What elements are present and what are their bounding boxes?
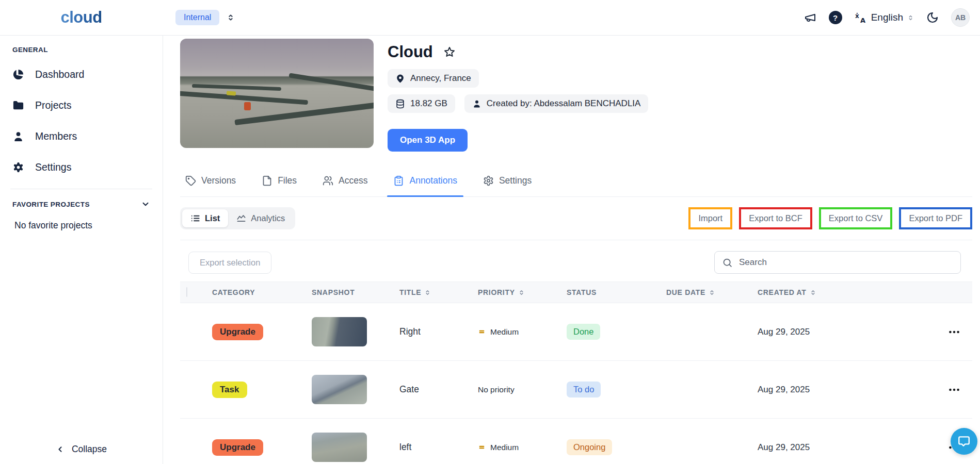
project-header: Cloud Annecy, France 18.82 bbox=[180, 39, 972, 152]
workspace-chevron-updown-icon[interactable] bbox=[227, 13, 235, 22]
column-header-snapshot: SNAPSHOT bbox=[312, 288, 399, 296]
category-badge: Task bbox=[212, 382, 247, 398]
priority-label: Medium bbox=[490, 443, 519, 452]
table-toolbar: Export selection bbox=[180, 251, 972, 274]
row-actions-menu-icon[interactable] bbox=[936, 383, 972, 396]
view-list-toggle[interactable]: List bbox=[182, 209, 228, 227]
sidebar-item-label: Projects bbox=[35, 100, 71, 111]
database-icon bbox=[395, 99, 405, 109]
import-button[interactable]: Import bbox=[688, 207, 732, 229]
priority-cell: Medium bbox=[478, 443, 567, 452]
created-at-cell: Aug 29, 2025 bbox=[758, 327, 936, 337]
project-tabs: Versions Files Access Annotations Settin… bbox=[180, 175, 972, 197]
sidebar-item-settings[interactable]: Settings bbox=[12, 152, 150, 183]
tab-label: Settings bbox=[499, 175, 532, 186]
analytics-chart-icon bbox=[236, 213, 246, 223]
sidebar-item-projects[interactable]: Projects bbox=[12, 90, 150, 121]
export-selection-button[interactable]: Export selection bbox=[188, 252, 271, 274]
view-toggle: List Analytics bbox=[180, 207, 295, 229]
sort-updown-icon[interactable] bbox=[810, 289, 816, 296]
users-icon bbox=[323, 175, 333, 186]
column-header-created-at: CREATED AT bbox=[758, 288, 936, 296]
sidebar-item-label: Dashboard bbox=[35, 69, 84, 80]
sidebar-item-members[interactable]: Members bbox=[12, 121, 150, 152]
pipe-graphic bbox=[234, 102, 374, 125]
annotation-title: left bbox=[399, 442, 478, 453]
size-text: 18.82 GB bbox=[410, 98, 447, 109]
snapshot-thumbnail[interactable] bbox=[312, 317, 367, 346]
category-badge: Upgrade bbox=[212, 439, 263, 456]
list-icon bbox=[190, 213, 200, 223]
export-pdf-button[interactable]: Export to PDF bbox=[899, 207, 972, 229]
sort-updown-icon[interactable] bbox=[425, 289, 430, 296]
chevron-down-icon[interactable] bbox=[141, 200, 150, 209]
location-text: Annecy, France bbox=[410, 73, 471, 84]
snapshot-thumbnail[interactable] bbox=[312, 433, 367, 462]
sidebar-item-label: Settings bbox=[35, 161, 71, 173]
sort-updown-icon[interactable] bbox=[709, 289, 715, 296]
user-icon bbox=[12, 130, 24, 142]
export-bcf-button[interactable]: Export to BCF bbox=[739, 207, 812, 229]
column-header-priority: PRIORITY bbox=[478, 288, 567, 296]
collapse-sidebar-button[interactable]: Collapse bbox=[0, 444, 163, 455]
dark-mode-moon-icon[interactable] bbox=[926, 11, 939, 24]
view-analytics-toggle[interactable]: Analytics bbox=[228, 209, 293, 227]
sort-updown-icon[interactable] bbox=[519, 289, 524, 296]
pipe-graphic bbox=[288, 73, 374, 92]
view-list-label: List bbox=[205, 213, 220, 223]
tab-label: Access bbox=[339, 175, 367, 186]
location-badge: Annecy, France bbox=[388, 69, 479, 88]
pipe-graphic bbox=[191, 84, 281, 91]
sidebar: GENERAL Dashboard Projects Members Setti… bbox=[0, 36, 163, 464]
sidebar-item-dashboard[interactable]: Dashboard bbox=[12, 59, 150, 90]
priority-label: No priority bbox=[478, 385, 515, 394]
sidebar-section-general: GENERAL bbox=[12, 46, 150, 54]
user-avatar[interactable]: AB bbox=[951, 8, 970, 27]
annotation-title: Right bbox=[399, 326, 478, 337]
row-actions-menu-icon[interactable] bbox=[936, 325, 972, 339]
export-csv-button[interactable]: Export to CSV bbox=[819, 207, 893, 229]
tab-access[interactable]: Access bbox=[323, 175, 367, 196]
search-icon bbox=[722, 257, 733, 268]
search-box[interactable] bbox=[714, 251, 961, 274]
select-all-checkbox[interactable] bbox=[186, 287, 187, 297]
annotations-toolbar: List Analytics Import Export to BCF Expo… bbox=[180, 207, 972, 229]
announcements-megaphone-icon[interactable] bbox=[804, 11, 816, 24]
priority-cell: No priority bbox=[478, 385, 567, 394]
language-selector[interactable]: ẋA English bbox=[855, 11, 914, 24]
table-row[interactable]: Upgrade Right Medium Done Aug 29, 2025 bbox=[180, 303, 972, 361]
tab-annotations[interactable]: Annotations bbox=[393, 175, 457, 196]
tab-settings[interactable]: Settings bbox=[483, 175, 532, 196]
favorite-projects-header[interactable]: FAVORITE PROJECTS bbox=[12, 200, 150, 209]
app-logo[interactable]: cloud bbox=[60, 8, 102, 27]
help-icon[interactable]: ? bbox=[829, 11, 842, 24]
table-row[interactable]: Upgrade left Medium Ongoing Aug 29, 2025 bbox=[180, 419, 972, 464]
project-cover-image bbox=[180, 39, 374, 148]
favorite-star-icon[interactable] bbox=[443, 46, 456, 58]
tab-files[interactable]: Files bbox=[262, 175, 297, 196]
gear-icon bbox=[12, 161, 24, 173]
sidebar-item-label: Members bbox=[35, 130, 77, 142]
priority-medium-icon bbox=[478, 328, 486, 335]
sidebar-divider bbox=[10, 189, 152, 189]
snapshot-thumbnail[interactable] bbox=[312, 375, 367, 404]
tab-versions[interactable]: Versions bbox=[185, 175, 236, 196]
annotations-table-section: Export selection CATEGORY SNAPSHOT TITLE… bbox=[180, 240, 972, 464]
chevron-left-icon bbox=[56, 445, 65, 454]
collapse-label: Collapse bbox=[72, 444, 107, 455]
chat-widget-button[interactable] bbox=[951, 428, 977, 455]
folder-icon bbox=[12, 100, 24, 111]
chat-bubble-icon bbox=[957, 435, 971, 448]
status-badge: To do bbox=[567, 382, 601, 397]
workspace-selector[interactable]: Internal bbox=[175, 10, 219, 25]
table-row[interactable]: Task Gate No priority To do Aug 29, 2025 bbox=[180, 361, 972, 419]
svg-text:ẋ: ẋ bbox=[855, 12, 859, 20]
open-3d-app-button[interactable]: Open 3D App bbox=[388, 129, 468, 152]
search-input[interactable] bbox=[739, 257, 953, 268]
user-icon bbox=[472, 99, 481, 108]
export-buttons: Import Export to BCF Export to CSV Expor… bbox=[688, 207, 972, 229]
view-analytics-label: Analytics bbox=[251, 213, 285, 223]
category-badge: Upgrade bbox=[212, 324, 263, 340]
created-by-badge: Created by: Abdessalam BENCHADLIA bbox=[464, 94, 649, 113]
priority-cell: Medium bbox=[478, 327, 567, 337]
